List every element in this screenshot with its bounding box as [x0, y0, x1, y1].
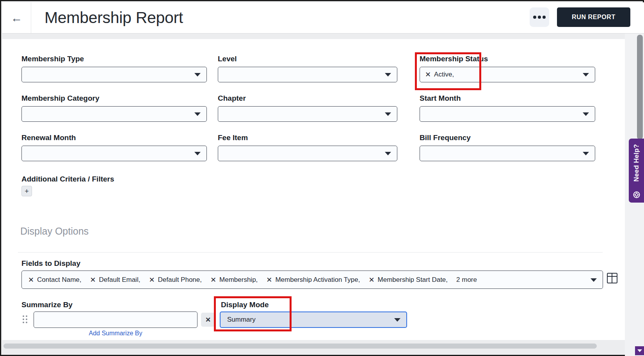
chevron-down-icon	[394, 318, 400, 322]
chevron-down-icon	[583, 73, 589, 77]
filter-label: Renewal Month	[21, 134, 207, 143]
filter-bill-frequency: Bill Frequency	[420, 134, 595, 161]
drag-handle-icon[interactable]	[23, 315, 27, 323]
chevron-down-icon	[637, 349, 642, 352]
chevron-down-icon	[385, 112, 391, 116]
chevron-down-icon	[385, 73, 391, 77]
remove-icon[interactable]: ✕	[368, 276, 374, 283]
filter-label: Bill Frequency	[420, 134, 595, 143]
more-options-button[interactable]	[530, 7, 549, 27]
plus-icon: +	[25, 188, 29, 195]
filter-renewal-month: Renewal Month	[21, 134, 207, 161]
vertical-scrollbar-thumb[interactable]	[637, 35, 643, 139]
chapter-dropdown[interactable]	[218, 106, 397, 122]
summarize-by-input[interactable]	[34, 312, 197, 328]
filter-fee-item: Fee Item	[218, 134, 397, 161]
chevron-down-icon	[583, 112, 589, 116]
level-dropdown[interactable]	[218, 67, 397, 82]
chip-label: Membership Start Date,	[378, 276, 448, 284]
membership-status-dropdown[interactable]: ✕ Active,	[420, 67, 595, 82]
display-mode-label: Display Mode	[221, 301, 269, 309]
filter-label: Fee Item	[218, 134, 397, 143]
chevron-down-icon	[583, 152, 589, 155]
chevron-down-icon	[194, 73, 201, 77]
renewal-month-dropdown[interactable]	[21, 146, 207, 161]
field-chip[interactable]: ✕ Contact Name,	[28, 276, 81, 284]
field-chip[interactable]: ✕ Membership Start Date,	[368, 276, 448, 284]
chevron-down-icon	[385, 152, 391, 155]
overflow-count[interactable]: 2 more	[456, 276, 477, 284]
remove-icon[interactable]: ✕	[90, 276, 96, 283]
page-title: Membership Report	[44, 9, 183, 27]
chip-label: Membership,	[219, 276, 258, 284]
need-help-label: Need Help?	[633, 144, 640, 182]
chevron-down-icon	[194, 152, 201, 155]
chip-label: Active,	[434, 71, 454, 78]
filter-level: Level	[218, 55, 397, 82]
filter-chapter: Chapter	[218, 94, 397, 122]
need-help-tab[interactable]: Need Help?	[629, 139, 644, 203]
field-chip[interactable]: ✕ Membership Activation Type,	[266, 276, 360, 284]
filter-label: Start Month	[420, 94, 595, 103]
chevron-down-icon	[194, 112, 201, 116]
remove-icon[interactable]: ✕	[149, 276, 155, 283]
chip-label: Contact Name,	[37, 276, 81, 284]
ellipsis-icon	[533, 16, 536, 19]
fields-to-display-dropdown[interactable]: ✕ Contact Name, ✕ Default Email, ✕ Defau…	[21, 271, 603, 289]
scroll-down-button[interactable]	[635, 346, 644, 355]
filter-membership-type: Membership Type	[21, 55, 207, 82]
filter-start-month: Start Month	[420, 94, 595, 122]
membership-type-dropdown[interactable]	[21, 67, 207, 82]
remove-icon[interactable]: ✕	[425, 71, 431, 78]
chip-label: Default Phone,	[158, 276, 202, 284]
run-report-button[interactable]: RUN REPORT	[557, 7, 630, 27]
summarize-by-label: Summarize By	[21, 301, 73, 309]
start-month-dropdown[interactable]	[420, 106, 595, 122]
filter-membership-status: Membership Status ✕ Active,	[420, 55, 595, 82]
display-mode-dropdown[interactable]: Summary	[220, 312, 407, 328]
filter-membership-category: Membership Category	[21, 94, 207, 122]
horizontal-scrollbar-thumb[interactable]	[4, 344, 597, 349]
fee-item-dropdown[interactable]	[218, 146, 397, 161]
filter-label: Level	[218, 55, 397, 64]
chip-label: Default Email,	[99, 276, 141, 284]
chevron-down-icon	[591, 278, 597, 282]
filter-label: Membership Status	[420, 55, 595, 64]
remove-icon[interactable]: ✕	[28, 276, 34, 283]
membership-category-dropdown[interactable]	[21, 106, 207, 122]
window-frame: ← Membership Report RUN REPORT Membershi…	[0, 0, 644, 356]
add-filter-button[interactable]: +	[21, 186, 32, 196]
section-divider	[18, 252, 603, 253]
chip-label: Membership Activation Type,	[275, 276, 360, 284]
filter-label: Chapter	[218, 94, 397, 103]
remove-icon[interactable]: ✕	[266, 276, 272, 283]
add-summarize-by-link[interactable]: Add Summarize By	[34, 330, 197, 337]
back-button[interactable]: ←	[2, 2, 31, 33]
display-mode-value: Summary	[227, 316, 256, 324]
filter-label: Membership Category	[21, 94, 207, 103]
remove-icon[interactable]: ✕	[210, 276, 216, 283]
report-criteria-panel: Membership Type Level Membership Status …	[2, 39, 625, 340]
fields-to-display-label: Fields to Display	[21, 259, 80, 268]
field-chip[interactable]: ✕ Default Email,	[90, 276, 140, 284]
selected-chip[interactable]: ✕ Active,	[425, 71, 454, 78]
column-chooser-icon[interactable]	[607, 273, 617, 283]
display-options-heading: Display Options	[20, 226, 89, 237]
field-chip[interactable]: ✕ Default Phone,	[149, 276, 202, 284]
remove-icon: ✕	[205, 316, 211, 324]
field-chip[interactable]: ✕ Membership,	[210, 276, 258, 284]
life-ring-icon	[633, 191, 640, 199]
back-arrow-icon: ←	[11, 12, 23, 24]
filter-label: Membership Type	[21, 55, 207, 64]
additional-criteria-label: Additional Criteria / Filters	[21, 175, 114, 183]
clear-summarize-button[interactable]: ✕	[201, 313, 215, 327]
bill-frequency-dropdown[interactable]	[420, 146, 595, 161]
